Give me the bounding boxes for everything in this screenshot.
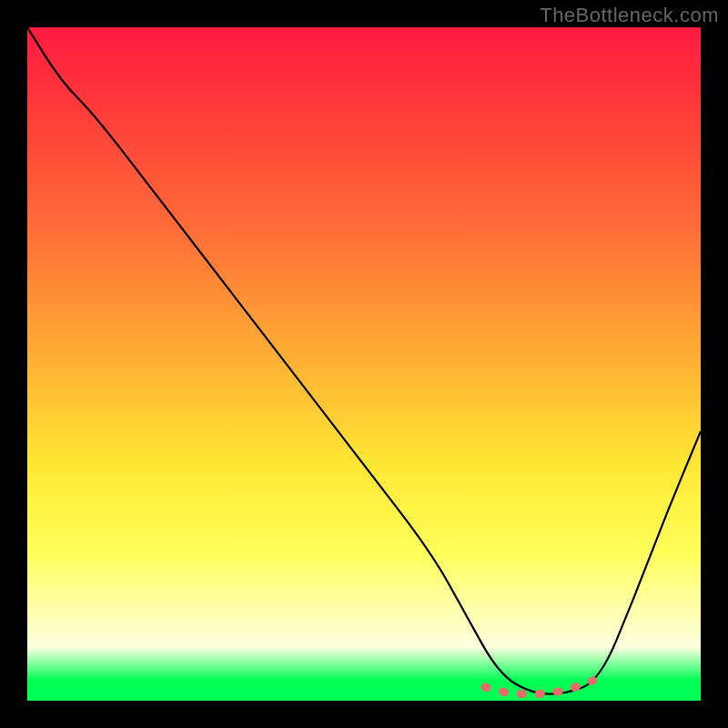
bottleneck-markers [485,681,592,694]
chart-svg [27,27,701,701]
watermark-text: TheBottleneck.com [540,4,719,27]
plot-area [27,27,701,701]
curve-line [27,27,701,694]
